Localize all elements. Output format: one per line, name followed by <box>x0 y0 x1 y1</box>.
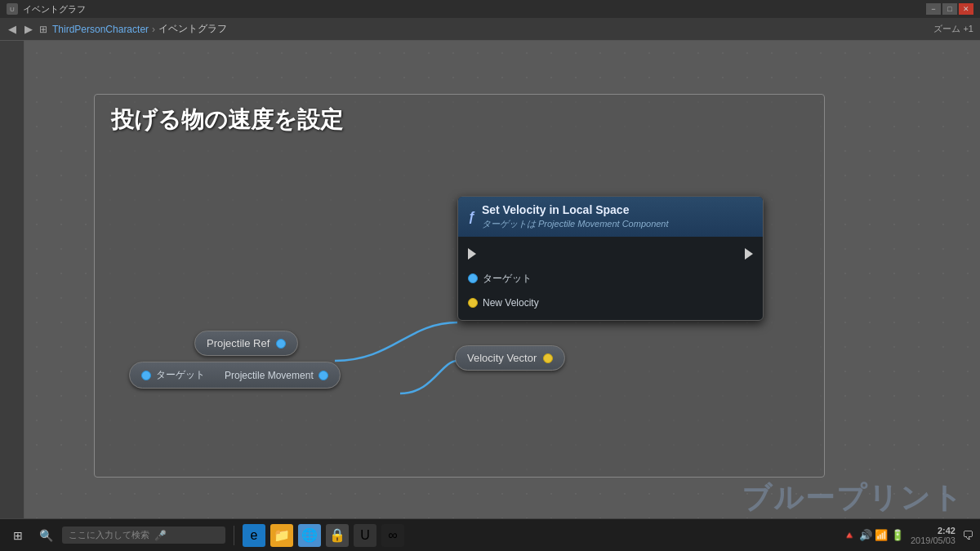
projectile-movement-output-pin[interactable] <box>318 371 328 380</box>
minimize-button[interactable]: − <box>926 3 941 15</box>
taskbar-ue-icon[interactable]: U <box>354 524 376 547</box>
target-in-pin[interactable] <box>468 273 478 283</box>
target-input-pin[interactable] <box>141 371 151 380</box>
exec-row <box>458 242 763 266</box>
app-icon: U <box>7 3 18 15</box>
titlebar-title: イベントグラフ <box>23 3 86 16</box>
node-target-projectile[interactable]: ターゲット Projectile Movement <box>129 362 341 389</box>
taskbar: ⊞ 🔍 ここに入力して検索 🎤 e 📁 🌐 🔒 U ∞ 🔺 🔊 📶 🔋 2:42… <box>0 518 980 551</box>
forward-button[interactable]: ▶ <box>23 23 34 35</box>
target-label: ターゲット <box>156 368 205 382</box>
zoom-label: ズーム +1 <box>933 23 973 35</box>
side-panel <box>0 41 24 551</box>
taskbar-chrome-icon[interactable]: 🌐 <box>298 524 321 547</box>
target-row: ターゲット <box>458 266 763 291</box>
velocity-vector-label: Velocity Vector <box>467 352 537 364</box>
titlebar-controls: − □ ✕ <box>926 3 973 15</box>
windows-icon[interactable]: ⊞ <box>7 524 29 547</box>
breadcrumb-separator: › <box>152 24 155 35</box>
taskbar-inf-icon[interactable]: ∞ <box>381 524 404 547</box>
node-set-velocity-subtitle: ターゲットは Projectile Movement Component <box>482 218 669 230</box>
microphone-icon[interactable]: 🎤 <box>154 530 167 541</box>
node-projectile-ref[interactable]: Projectile Ref <box>194 331 298 356</box>
close-button[interactable]: ✕ <box>959 3 973 15</box>
search-icon[interactable]: 🔍 <box>34 524 57 547</box>
main-area: 投げる物の速度を設定 Projectile Ref ターゲット Projecti… <box>0 41 980 551</box>
taskbar-shield-icon[interactable]: 🔒 <box>326 524 349 547</box>
node-set-velocity-body: ターゲット New Velocity <box>458 237 763 320</box>
projectile-ref-label: Projectile Ref <box>207 337 270 349</box>
breadcrumb-root[interactable]: ThirdPersonCharacter <box>52 24 149 35</box>
taskbar-folder-icon[interactable]: 📁 <box>270 524 293 547</box>
node-set-velocity[interactable]: ƒ Set Velocity in Local Space ターゲットは Pro… <box>457 196 764 321</box>
taskbar-edge-icon[interactable]: e <box>243 524 265 547</box>
back-button[interactable]: ◀ <box>7 23 18 35</box>
node-velocity-vector[interactable]: Velocity Vector <box>455 345 565 371</box>
new-velocity-in-pin[interactable] <box>468 298 478 308</box>
clock-date: 2019/05/03 <box>911 535 956 545</box>
watermark: ブループリント <box>742 478 964 518</box>
search-placeholder: ここに入力して検索 <box>69 529 149 541</box>
clock-time: 2:42 <box>911 526 956 535</box>
comment-title: 投げる物の速度を設定 <box>95 95 824 145</box>
navbar: ◀ ▶ ⊞ ThirdPersonCharacter › イベントグラフ ズーム… <box>0 18 980 41</box>
node-set-velocity-title: Set Velocity in Local Space <box>482 203 669 216</box>
target-row-label: ターゲット <box>483 272 532 286</box>
notification-icon[interactable]: 🗨 <box>962 529 973 542</box>
system-tray-icons: 🔺 🔊 📶 🔋 <box>843 529 904 541</box>
maximize-button[interactable]: □ <box>942 3 957 15</box>
titlebar: U イベントグラフ − □ ✕ <box>0 0 980 18</box>
breadcrumb: ThirdPersonCharacter › イベントグラフ <box>52 22 227 36</box>
projectile-movement-label: Projectile Movement <box>225 370 314 381</box>
breadcrumb-current: イベントグラフ <box>158 22 227 36</box>
grid-icon[interactable]: ⊞ <box>39 24 47 35</box>
projectile-ref-output-pin[interactable] <box>276 339 286 349</box>
search-bar[interactable]: ここに入力して検索 🎤 <box>62 527 225 544</box>
velocity-vector-output-pin[interactable] <box>543 353 553 363</box>
clock: 2:42 2019/05/03 <box>911 526 956 545</box>
node-set-velocity-header: ƒ Set Velocity in Local Space ターゲットは Pro… <box>458 197 763 237</box>
exec-in-pin[interactable] <box>468 248 476 260</box>
exec-out-pin[interactable] <box>745 248 753 260</box>
new-velocity-row: New Velocity <box>458 291 763 315</box>
canvas[interactable]: 投げる物の速度を設定 Projectile Ref ターゲット Projecti… <box>0 41 980 551</box>
new-velocity-label: New Velocity <box>483 297 539 309</box>
taskbar-separator-1 <box>234 526 234 545</box>
function-icon: ƒ <box>468 210 475 224</box>
taskbar-right: 🔺 🔊 📶 🔋 2:42 2019/05/03 🗨 <box>843 526 973 545</box>
